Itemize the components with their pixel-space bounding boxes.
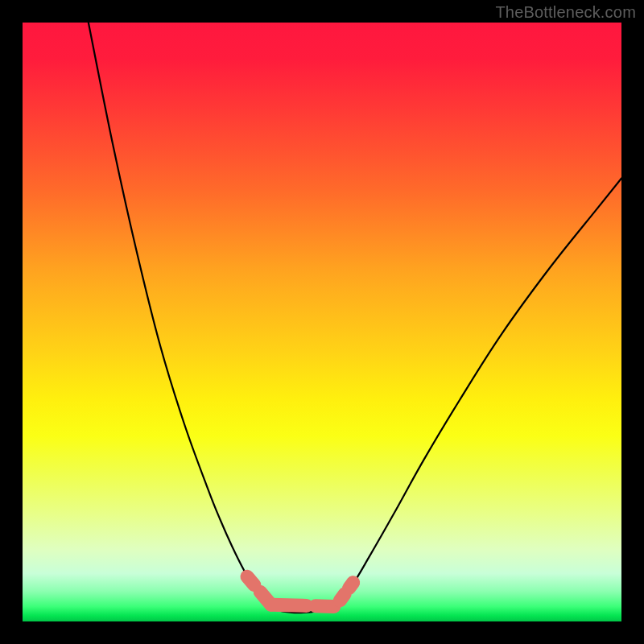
chart-plot-area xyxy=(23,23,621,621)
highlight-overlay xyxy=(247,576,353,606)
highlight-seg-1 xyxy=(271,605,334,606)
watermark-text: TheBottleneck.com xyxy=(495,3,636,22)
curve-left-branch xyxy=(89,23,271,606)
curve-right-branch xyxy=(337,178,621,603)
chart-svg xyxy=(23,23,621,621)
highlight-seg-2 xyxy=(340,583,353,601)
